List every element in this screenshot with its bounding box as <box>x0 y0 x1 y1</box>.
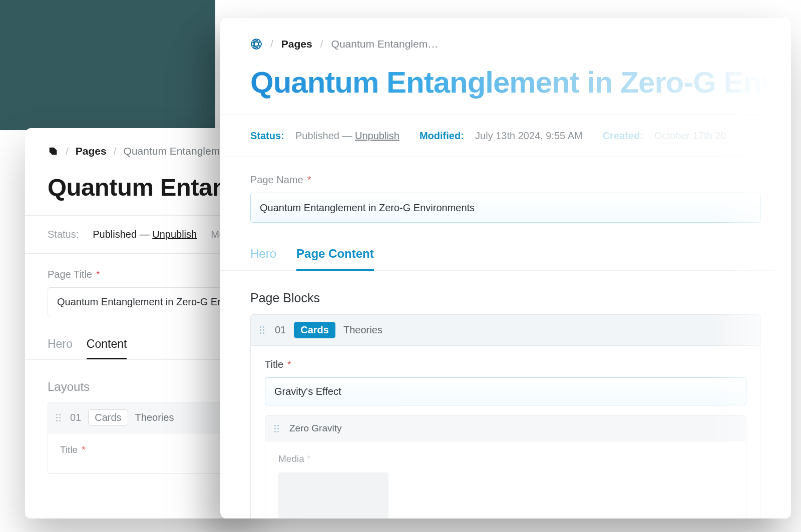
required-asterisk: * <box>307 453 310 464</box>
unpublish-link[interactable]: Unpublish <box>355 130 399 141</box>
media-label: Media <box>278 453 304 464</box>
subblock-title: Zero Gravity <box>289 423 342 434</box>
subblock-body: Media * bubble-image.jpg <box>265 441 746 518</box>
modified-value: July 13th 2024, 9:55 AM <box>475 130 583 141</box>
page-blocks-heading: Page Blocks <box>220 271 791 314</box>
block-title: Theories <box>135 412 174 423</box>
meta-row: Status: Published — Unpublish Modified: … <box>220 115 791 157</box>
status-label: Status: <box>250 130 284 141</box>
subblock-row[interactable]: Zero Gravity <box>265 415 746 441</box>
breadcrumb-pages[interactable]: Pages <box>76 145 107 157</box>
breadcrumb-current: Quantum Entanglem… <box>331 38 439 50</box>
globe-logo-icon <box>250 38 262 50</box>
breadcrumb: / Pages / Quantum Entanglem… <box>220 18 791 59</box>
required-asterisk: * <box>96 269 100 280</box>
required-asterisk: * <box>307 174 311 186</box>
block-number: 01 <box>275 324 286 336</box>
breadcrumb-separator: / <box>270 38 273 50</box>
block-body: Title * <box>48 433 235 474</box>
block-title-input[interactable] <box>265 377 746 405</box>
breadcrumb-separator: / <box>114 145 117 157</box>
status-value: Published <box>93 229 137 240</box>
background-slab <box>0 0 215 130</box>
block-number: 01 <box>70 412 81 423</box>
status-label: Status: <box>48 229 79 240</box>
block-row[interactable]: 01 Cards Theories <box>48 402 235 433</box>
nested-title-label: Title <box>60 444 78 455</box>
page-name-field: Page Name * <box>220 157 791 230</box>
drag-handle-icon[interactable] <box>274 425 281 432</box>
unpublish-link[interactable]: Unpublish <box>152 229 197 240</box>
front-window: / Pages / Quantum Entanglem… Quantum Ent… <box>220 18 791 518</box>
tab-content[interactable]: Content <box>87 337 127 359</box>
block-type-chip: Cards <box>88 409 128 426</box>
app-logo-icon <box>48 146 59 157</box>
required-asterisk: * <box>82 444 85 455</box>
page-title-label: Page Title <box>48 269 92 280</box>
page-name-label: Page Name <box>250 174 303 186</box>
block-row[interactable]: 01 Cards Theories <box>250 314 761 346</box>
tab-page-content[interactable]: Page Content <box>296 247 374 271</box>
tab-hero[interactable]: Hero <box>48 337 73 359</box>
media-placeholder[interactable] <box>278 472 388 518</box>
breadcrumb-pages[interactable]: Pages <box>281 38 312 50</box>
breadcrumb-current: Quantum Entanglem… <box>124 145 231 157</box>
required-asterisk: * <box>287 359 291 370</box>
page-name-input[interactable] <box>250 193 761 223</box>
status-value: Published <box>295 130 339 141</box>
page-title: Quantum Entanglement in Zero-G Env <box>220 59 791 115</box>
nested-title-label: Title <box>265 359 283 370</box>
created-label: Created: <box>603 130 643 141</box>
modified-label: Modified: <box>420 130 464 141</box>
block-body: Title * Zero Gravity Media * bubble-imag… <box>250 346 761 518</box>
page-title-input[interactable] <box>48 287 235 316</box>
created-value: October 17th 20 <box>654 130 726 141</box>
tabs: Hero Page Content <box>220 230 791 271</box>
breadcrumb-separator: / <box>66 145 69 157</box>
svg-point-1 <box>251 42 261 46</box>
drag-handle-icon[interactable] <box>260 326 267 334</box>
breadcrumb-separator: / <box>320 38 323 50</box>
block-title: Theories <box>343 324 382 336</box>
block-type-chip: Cards <box>294 322 335 338</box>
drag-handle-icon[interactable] <box>56 414 63 421</box>
tab-hero[interactable]: Hero <box>250 247 276 271</box>
